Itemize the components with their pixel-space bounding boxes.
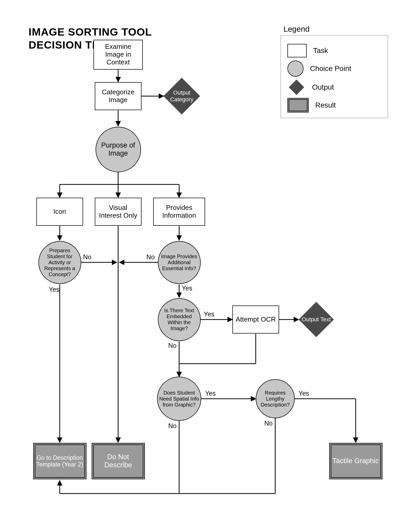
legend-label-task: Task: [313, 46, 328, 55]
legend-label-output: Output: [312, 83, 334, 91]
legend-label-result: Result: [315, 101, 336, 109]
legend-row-result: Result: [287, 98, 382, 112]
result-do-not-describe: Do Not Describe: [92, 443, 145, 479]
result-goto-template: Go to Description Template (Year 2): [33, 443, 86, 479]
edge-essential-no: No: [146, 253, 155, 261]
label: Visual Interest Only: [97, 204, 139, 220]
task-provides-info: Provides Information: [153, 198, 205, 226]
label: Purpose of Image: [98, 141, 139, 157]
label: Does Student Need Spatial Info from Grap…: [159, 390, 199, 408]
edge-lengthy-yes: Yes: [299, 390, 309, 397]
label: Icon: [53, 208, 66, 216]
choice-essential: Image Provides Additional Essential Info…: [158, 241, 201, 284]
choice-lengthy: Requires Lengthy Description?: [256, 379, 295, 418]
legend-label-choice: Choice Point: [310, 64, 351, 73]
output-category-label: Output Category: [164, 78, 200, 114]
edge-lengthy-no: No: [264, 420, 273, 427]
edge-embedded-no: No: [168, 342, 177, 349]
task-categorize: Categorize Image: [95, 82, 142, 110]
choice-purpose: Purpose of Image: [96, 127, 141, 172]
edge-embedded-yes: Yes: [204, 310, 214, 318]
legend-row-output: Output: [287, 80, 382, 95]
task-examine: Examine Image in Context: [93, 40, 143, 70]
edge-spatial-no: No: [168, 422, 177, 430]
label: Image Provides Additional Essential Info…: [160, 254, 199, 271]
label: Requires Lengthy Description?: [258, 390, 293, 408]
edge-spatial-yes: Yes: [205, 390, 216, 397]
task-ocr: Attempt OCR: [232, 305, 279, 334]
legend-swatch-choice: [287, 61, 304, 77]
choice-embedded-text: Is There Text Embedded Within the Image?: [158, 298, 201, 341]
output-text-label: Output Text: [299, 302, 334, 337]
label: Categorize Image: [97, 88, 139, 104]
edge-essential-yes: Yes: [182, 284, 192, 292]
page-title-line1: IMAGE SORTING TOOL: [29, 26, 152, 38]
label: Provides Information: [155, 204, 203, 220]
legend-box: Task Choice Point Output Result: [280, 35, 388, 118]
task-icon: Icon: [36, 198, 83, 226]
legend-row-choice: Choice Point: [287, 61, 382, 77]
label: Tactile Graphic: [333, 457, 379, 465]
label: Is There Text Embedded Within the Image?: [160, 308, 199, 331]
task-visual-interest: Visual Interest Only: [95, 198, 142, 226]
result-tactile: Tactile Graphic: [329, 443, 382, 479]
label: Examine Image in Context: [96, 43, 141, 66]
label: Go to Description Template (Year 2): [35, 454, 84, 468]
edge-prepares-no: No: [83, 253, 91, 261]
edge-prepares-yes: Yes: [49, 286, 59, 293]
legend-swatch-result: [287, 98, 309, 112]
legend-swatch-output: [289, 79, 304, 95]
legend-swatch-task: [287, 44, 307, 57]
legend-heading: Legend: [284, 25, 309, 34]
choice-prepares: Prepares Student for Activity or Represe…: [38, 241, 81, 284]
label: Prepares Student for Activity or Represe…: [41, 248, 79, 277]
choice-spatial: Does Student Need Spatial Info from Grap…: [157, 377, 201, 421]
label: Attempt OCR: [236, 316, 276, 323]
legend-row-task: Task: [287, 44, 382, 57]
label: Do Not Describe: [94, 453, 143, 469]
